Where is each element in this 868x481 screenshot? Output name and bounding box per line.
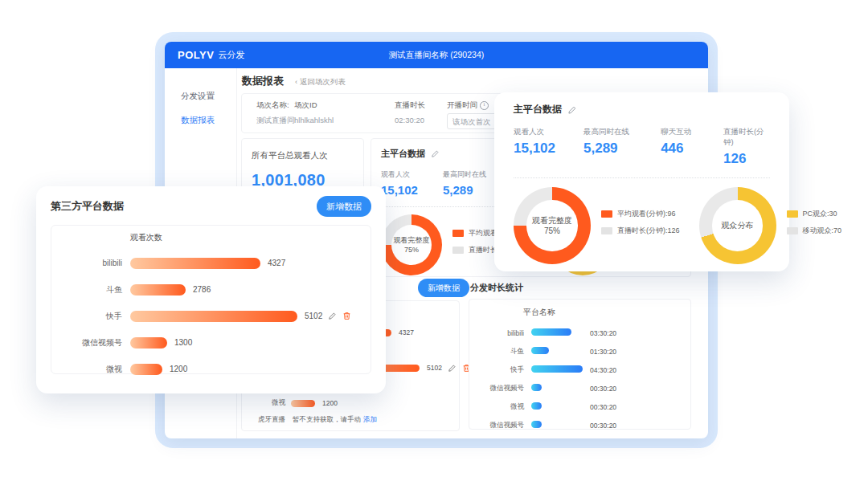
main-platform-title: 主平台数据 [381, 148, 425, 160]
bar-value: 4327 [268, 259, 285, 267]
bar-value: 5102 [305, 312, 322, 320]
edit-icon[interactable] [328, 312, 337, 320]
donut-center-value: 75% [404, 245, 419, 255]
third-party-overlay-card: 第三方平台数据 新增数据 观看次数 bilibili4327斗鱼2786快手51… [36, 186, 386, 393]
legend-label: 平均观看(分钟):96 [617, 209, 676, 219]
bar [291, 400, 315, 407]
views-chart-header: 观看次数 [130, 232, 371, 243]
bar-row: bilibili03:30:20 [479, 324, 681, 342]
bar [130, 284, 186, 296]
bar [130, 364, 162, 375]
bar-row: 微信视频号1300 [51, 329, 371, 356]
legend-label: 直播时长(分钟):126 [617, 226, 680, 236]
stat-views: 观看人次 15,102 [514, 127, 583, 167]
bar-row: 快手04:30:20 [479, 361, 681, 379]
edit-icon[interactable] [567, 105, 577, 115]
bar-row: bilibili4327 [51, 250, 371, 276]
sidebar-item-data-report[interactable]: 数据报表 [165, 108, 236, 132]
bar [130, 311, 297, 322]
bar-value: 01:30:20 [590, 348, 616, 356]
bar [130, 258, 260, 269]
bar-category-label: 微视 [479, 402, 524, 412]
legend-item: PC观众:30 [787, 209, 842, 219]
polyv-logo: POLYV [178, 49, 214, 61]
bar [531, 421, 542, 428]
donut-center-label: 观众分布 [722, 220, 754, 231]
donut-center-value: 75% [544, 226, 560, 237]
bar-category-label: 微信视频号 [51, 337, 122, 349]
info-icon[interactable] [480, 101, 489, 110]
session-id-field: 场次ID hlhlkahlskhl [294, 100, 334, 124]
bar-track [531, 328, 583, 337]
add-data-button[interactable]: 新增数据 [317, 196, 371, 217]
bar-category-label: 微视 [51, 364, 122, 375]
watch-completion-donut: 观看完整度 75% [514, 187, 591, 264]
add-manually-link[interactable]: 添加 [363, 415, 377, 425]
legend-swatch [601, 210, 612, 218]
donut-center-label: 观看完整度 [394, 235, 430, 245]
watch-completion-legend: 平均观看(分钟):96直播时长(分钟):126 [601, 209, 680, 243]
legend-swatch [452, 247, 464, 254]
bar-value: 04:30:20 [590, 366, 616, 374]
legend-item: 移动观众:70 [787, 226, 842, 236]
audience-distribution-legend: PC观众:30移动观众:70 [787, 209, 842, 243]
bar-row: 快手5102 [51, 303, 371, 329]
donut-center-label: 观看完整度 [532, 215, 572, 226]
bar-category-label: 斗鱼 [51, 284, 122, 296]
stat-chat: 聊天互动 446 [661, 127, 723, 167]
back-to-session-list-link[interactable]: ‹ 返回场次列表 [295, 77, 346, 88]
bar-value: 00:30:20 [590, 385, 616, 393]
bar-category-label: bilibili [479, 329, 524, 337]
live-duration-field: 直播时长 02:30:20 [395, 100, 425, 124]
duration-stats-panel: 平台名称 bilibili03:30:20斗鱼01:30:20快手04:30:2… [469, 299, 691, 430]
bar-row: 微信视频号00:30:20 [479, 416, 681, 434]
bar-row: 微视1200 [250, 394, 451, 412]
start-time-tooltip: 该场次首次 [447, 113, 497, 129]
bar-category-label: bilibili [51, 259, 122, 267]
huya-note: 虎牙直播 暂不支持获取，请手动 添加 [250, 415, 451, 425]
legend-swatch [787, 210, 798, 218]
legend-swatch [452, 230, 464, 237]
page: 测试直播间名称 (290234) POLYV 云分发 分发设置 数据报表 数据报… [0, 0, 868, 481]
sidebar-item-distribution-settings[interactable]: 分发设置 [165, 84, 236, 108]
bar-value: 4327 [399, 328, 414, 336]
total-views-label: 所有平台总观看人次 [252, 150, 354, 161]
main-platform-title: 主平台数据 [514, 103, 562, 116]
platform-name-header: 平台名称 [523, 307, 681, 318]
edit-icon[interactable] [448, 364, 457, 373]
page-title: 数据报表 [242, 74, 284, 88]
stat-peak-online: 最高同时在线 5,289 [583, 127, 661, 167]
add-data-button[interactable]: 新增数据 [418, 279, 469, 297]
views-bar-chart: bilibili4327斗鱼2786快手5102微信视频号1300微视1200 [51, 250, 371, 382]
legend-swatch [787, 227, 798, 234]
session-name-field: 场次名称: 测试直播间 [256, 100, 295, 126]
bar-row: 微视1200 [51, 356, 371, 382]
bar-category-label: 快手 [479, 365, 524, 375]
views-chart-panel: 观看次数 bilibili4327斗鱼2786快手5102微信视频号1300微视… [51, 225, 371, 374]
edit-icon[interactable] [431, 149, 440, 158]
bar-track [531, 421, 583, 430]
bar-category-label: 微视 [250, 398, 285, 408]
legend-item: 直播时长(分钟):126 [601, 226, 680, 236]
bar [531, 365, 583, 373]
bar-value: 03:30:20 [590, 329, 616, 337]
stat-views: 观看人次 15,102 [381, 169, 443, 197]
duration-bar-chart: bilibili03:30:20斗鱼01:30:20快手04:30:20微信视频… [479, 324, 681, 434]
page-header: 数据报表 ‹ 返回场次列表 [242, 74, 346, 88]
delete-icon[interactable] [342, 312, 351, 320]
bar-track [531, 384, 583, 393]
bar-value: 5102 [427, 364, 442, 372]
duration-section-title: 分发时长统计 [470, 282, 523, 294]
bar-row: 微视00:30:20 [479, 397, 681, 416]
bar-value: 1200 [170, 365, 187, 373]
audience-distribution-donut: 观众分布 [699, 187, 776, 264]
bar-category-label: 微信视频号 [479, 421, 524, 430]
stat-duration: 直播时长(分钟) 126 [723, 127, 770, 167]
bar-row: 微信视频号00:30:20 [479, 379, 681, 397]
start-time-field: 开播时间 该场次首次 [447, 100, 489, 111]
bar [531, 347, 549, 354]
bar [531, 384, 542, 391]
bar-value: 2786 [193, 285, 211, 294]
titlebar: 测试直播间名称 (290234) POLYV 云分发 [165, 42, 708, 68]
logo-product-name: 云分发 [218, 49, 244, 61]
